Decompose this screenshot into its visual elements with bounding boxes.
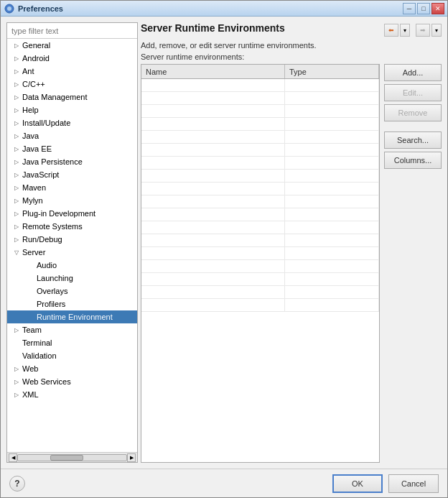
tree-label-help: Help: [22, 106, 39, 114]
svg-point-1: [7, 6, 11, 11]
tree-label-server-audio: Audio: [37, 261, 57, 269]
tree-item-ant[interactable]: Ant: [7, 65, 137, 78]
tree-arrow-mylyn: [13, 197, 20, 204]
tree-label-maven: Maven: [22, 183, 46, 192]
title-bar: Preferences ─ □ ✕: [1, 1, 447, 17]
table-row: [141, 299, 379, 312]
tree-arrow-run-debug: [13, 236, 20, 243]
tree-item-server[interactable]: Server: [7, 246, 137, 259]
tree-arrow-cpp: [13, 80, 20, 88]
tree-item-run-debug[interactable]: Run/Debug: [7, 233, 137, 246]
tree-item-install-update[interactable]: Install/Update: [7, 116, 137, 129]
search-button[interactable]: Search...: [384, 132, 442, 149]
tree-label-server: Server: [22, 248, 45, 257]
remove-button[interactable]: Remove: [384, 104, 442, 121]
table-row: [141, 92, 379, 105]
forward-dropdown[interactable]: ▾: [431, 24, 442, 37]
tree-arrow-maven: [13, 184, 20, 191]
table-row: [141, 247, 379, 260]
tree-arrow-java: [13, 132, 20, 139]
table-row: [141, 105, 379, 118]
tree-item-team[interactable]: Team: [7, 323, 137, 336]
tree-item-javascript[interactable]: JavaScript: [7, 168, 137, 181]
tree-label-server-profilers: Profilers: [37, 300, 65, 308]
table-header: Name Type: [141, 65, 379, 79]
tree-label-install-update: Install/Update: [22, 119, 70, 127]
table-row: [141, 183, 379, 195]
tree-arrow-xml: [13, 391, 20, 398]
tree-arrow-plugin-development: [13, 210, 20, 217]
back-button[interactable]: ⬅: [384, 24, 398, 37]
tree-label-team: Team: [22, 326, 42, 334]
columns-button[interactable]: Columns...: [384, 152, 442, 169]
ok-button[interactable]: OK: [332, 474, 383, 493]
window-controls: ─ □ ✕: [403, 3, 444, 14]
scrollbar-thumb[interactable]: [50, 455, 83, 461]
cancel-button[interactable]: Cancel: [388, 474, 439, 493]
tree-item-general[interactable]: General: [7, 39, 137, 52]
tree-label-javascript: JavaScript: [22, 170, 59, 179]
tree-item-terminal[interactable]: Terminal: [7, 336, 137, 349]
table-label: Server runtime environments:: [141, 52, 442, 61]
runtime-table: Name Type: [141, 64, 380, 463]
tree-arrow-general: [13, 42, 20, 49]
add-button[interactable]: Add...: [384, 64, 442, 81]
tree-label-run-debug: Run/Debug: [22, 235, 62, 244]
name-column-header: Name: [141, 65, 285, 78]
tree-item-server-launching[interactable]: Launching: [7, 272, 137, 285]
table-row: [141, 118, 379, 131]
tree-label-remote-systems: Remote Systems: [22, 222, 83, 231]
tree-item-web[interactable]: Web: [7, 362, 137, 375]
tree-item-java-persistence[interactable]: Java Persistence: [7, 155, 137, 168]
tree-arrow-ant: [13, 68, 20, 75]
scrollbar-track[interactable]: [17, 454, 127, 461]
tree-item-server-audio[interactable]: Audio: [7, 259, 137, 272]
tree-item-xml[interactable]: XML: [7, 388, 137, 401]
scroll-right-button[interactable]: ▶: [127, 453, 136, 462]
main-content: GeneralAndroidAntC/C++Data ManagementHel…: [1, 17, 447, 469]
scroll-left-button[interactable]: ◀: [9, 453, 17, 462]
table-and-buttons: Name Type: [141, 64, 442, 463]
window-title: Preferences: [18, 4, 403, 13]
tree-item-plugin-development[interactable]: Plug-in Development: [7, 207, 137, 220]
tree-label-server-overlays: Overlays: [37, 287, 67, 295]
tree-label-terminal: Terminal: [22, 338, 52, 347]
table-row: [141, 286, 379, 299]
tree-item-remote-systems[interactable]: Remote Systems: [7, 220, 137, 233]
help-button[interactable]: ?: [9, 476, 25, 492]
tree-item-server-runtime[interactable]: Runtime Environment: [7, 310, 137, 323]
tree-item-server-overlays[interactable]: Overlays: [7, 285, 137, 298]
maximize-button[interactable]: □: [417, 3, 430, 14]
tree-item-validation[interactable]: Validation: [7, 349, 137, 362]
tree-label-cpp: C/C++: [22, 80, 45, 88]
tree-item-web-services[interactable]: Web Services: [7, 375, 137, 388]
tree-item-cpp[interactable]: C/C++: [7, 78, 137, 91]
back-dropdown[interactable]: ▾: [400, 24, 410, 37]
tree-view: GeneralAndroidAntC/C++Data ManagementHel…: [7, 39, 137, 452]
tree-label-plugin-development: Plug-in Development: [22, 209, 95, 218]
horizontal-scrollbar[interactable]: ◀ ▶: [7, 452, 137, 462]
tree-item-android[interactable]: Android: [7, 52, 137, 65]
panel-description: Add, remove, or edit server runtime envi…: [141, 41, 442, 50]
table-row: [141, 260, 379, 273]
tree-arrow-data-management: [13, 93, 20, 101]
forward-button[interactable]: ➡: [416, 24, 430, 37]
table-row: [141, 79, 379, 92]
tree-item-server-profilers[interactable]: Profilers: [7, 298, 137, 310]
tree-item-java-ee[interactable]: Java EE: [7, 142, 137, 155]
edit-button[interactable]: Edit...: [384, 84, 442, 101]
tree-label-web-services: Web Services: [22, 377, 71, 386]
filter-input[interactable]: [7, 23, 137, 39]
tree-item-data-management[interactable]: Data Management: [7, 91, 137, 103]
tree-label-java-persistence: Java Persistence: [22, 157, 83, 166]
tree-item-maven[interactable]: Maven: [7, 181, 137, 194]
tree-arrow-web: [13, 365, 20, 372]
tree-item-mylyn[interactable]: Mylyn: [7, 194, 137, 207]
tree-item-java[interactable]: Java: [7, 129, 137, 142]
close-button[interactable]: ✕: [431, 3, 444, 14]
tree-item-help[interactable]: Help: [7, 103, 137, 116]
nav-arrows: ⬅ ▾ ➡ ▾: [384, 24, 442, 37]
tree-label-java: Java: [22, 132, 39, 140]
bottom-buttons: OK Cancel: [332, 474, 439, 493]
minimize-button[interactable]: ─: [403, 3, 416, 14]
